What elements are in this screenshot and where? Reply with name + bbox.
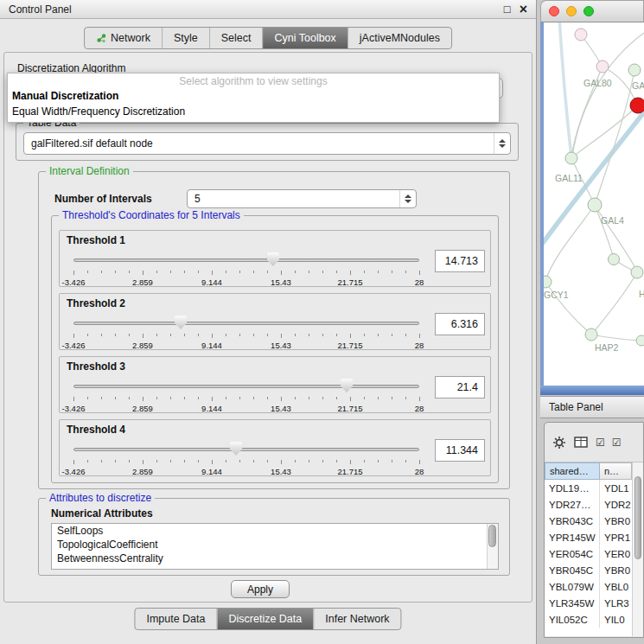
table-row[interactable]: YBL079WYBL0 [545, 578, 632, 595]
close-window-button[interactable] [549, 6, 559, 16]
network-node[interactable] [630, 98, 644, 113]
network-edge[interactable] [559, 22, 571, 157]
network-node[interactable] [544, 276, 552, 288]
table-row[interactable]: YBR043CYBR0 [545, 513, 632, 529]
number-of-intervals-combo[interactable]: 5 [187, 189, 417, 208]
network-window-titlebar[interactable] [540, 0, 644, 22]
table-row[interactable]: YDL19…YDL1 [545, 480, 632, 496]
network-node[interactable] [575, 29, 587, 41]
apply-button[interactable]: Apply [231, 580, 290, 598]
slider-track[interactable] [73, 258, 419, 262]
slider-thumb[interactable] [267, 252, 279, 266]
slider-tick [267, 397, 268, 399]
algorithm-option[interactable]: Equal Width/Frequency Discretization [8, 104, 499, 119]
slider-tick [392, 271, 392, 273]
slider-tick [212, 334, 213, 338]
cell-shared-name: YIL052C [545, 611, 600, 628]
table-panel-titlebar[interactable]: Table Panel [540, 396, 644, 418]
slider-thumb[interactable] [341, 379, 353, 392]
table-row[interactable]: YLR345WYLR3 [545, 595, 632, 611]
threshold-value-field[interactable]: 6.316 [435, 313, 485, 335]
table-scrollbar[interactable] [632, 462, 643, 636]
tab-select[interactable]: Select [209, 28, 263, 48]
table-row[interactable]: YIL052CYIL0 [545, 611, 632, 628]
table-data-combo[interactable]: galFiltered.sif default node [23, 132, 511, 155]
table-row[interactable]: YER054CYER0 [545, 545, 632, 562]
minimize-window-button[interactable] [566, 6, 577, 16]
slider-track[interactable] [73, 385, 419, 388]
slider-tick [115, 460, 116, 462]
scrollbar-thumb[interactable] [488, 525, 496, 547]
attribute-list-item[interactable]: TopologicalCoefficient [52, 538, 498, 552]
tab-cyni-toolbox[interactable]: Cyni Toolbox [262, 28, 347, 48]
algorithm-options: Manual DiscretizationEqual Width/Frequen… [8, 88, 499, 119]
checkbox-icon[interactable]: ☑ [612, 437, 621, 449]
slider-tick [129, 460, 130, 462]
attribute-list-item[interactable]: BetweennessCentrality [52, 552, 498, 565]
attributes-group: Attributes to discretize Numerical Attri… [38, 498, 510, 576]
cell-name: YDR2 [600, 496, 632, 513]
table-row[interactable]: YDR27…YDR2 [545, 496, 632, 513]
column-header-shared-name[interactable]: shared… [545, 462, 600, 480]
network-node[interactable] [609, 254, 620, 265]
attribute-list-item[interactable]: SelfLoops [52, 524, 498, 538]
tab-network[interactable]: Network [85, 28, 162, 48]
threshold-slider[interactable]: -3.4262.8599.14415.4321.71528 [73, 315, 419, 351]
tab-infer-network[interactable]: Infer Network [313, 609, 400, 629]
close-icon[interactable]: × [520, 5, 527, 14]
zoom-window-button[interactable] [583, 6, 594, 16]
threshold-slider[interactable]: -3.4262.8599.14415.4321.71528 [73, 378, 419, 414]
gear-icon[interactable] [552, 436, 566, 450]
algorithm-option[interactable]: Manual Discretization [8, 88, 499, 104]
network-node[interactable] [585, 328, 597, 341]
network-edge[interactable] [545, 205, 595, 281]
slider-tick [309, 334, 309, 336]
network-node[interactable] [631, 266, 643, 278]
network-graph[interactable]: GAL80GAGAL11GAL4GCY1HHAP2 [544, 22, 644, 386]
slider-tick [170, 334, 171, 336]
tab-jactivemnodules[interactable]: jActiveMNodules [348, 28, 451, 48]
network-node[interactable] [596, 61, 609, 73]
network-edge[interactable] [592, 272, 637, 334]
slider-tick [378, 397, 379, 399]
threshold-slider[interactable]: -3.4262.8599.14415.4321.71528 [73, 252, 419, 288]
slider-thumb[interactable] [175, 316, 187, 329]
interval-definition-legend: Interval Definition [46, 165, 133, 177]
slider-thumb[interactable] [230, 442, 242, 456]
table-row[interactable]: YBR045CYBR0 [545, 562, 632, 578]
network-node[interactable] [628, 64, 641, 76]
slider-tick [73, 460, 74, 464]
slider-track[interactable] [73, 322, 419, 325]
network-edge[interactable] [595, 70, 634, 205]
threshold-value-field[interactable]: 14.713 [435, 250, 485, 272]
network-node[interactable] [636, 335, 644, 346]
network-edge[interactable] [595, 205, 614, 258]
threshold-label: Threshold 2 [67, 297, 125, 309]
float-window-icon[interactable]: □ [504, 3, 511, 16]
column-header-name[interactable]: n… [600, 462, 632, 480]
slider-tick [267, 334, 268, 336]
threshold-value-field[interactable]: 11.344 [435, 439, 485, 462]
table-columns-icon[interactable] [574, 437, 588, 448]
list-scrollbar[interactable] [487, 524, 498, 569]
control-panel-titlebar[interactable]: Control Panel □ × [0, 0, 536, 19]
threshold-slider[interactable]: -3.4262.8599.14415.4321.71528 [73, 441, 419, 477]
tab-style[interactable]: Style [162, 28, 209, 48]
table-row[interactable]: YPR145WYPR1 [545, 529, 632, 545]
network-node[interactable] [588, 198, 602, 212]
tab-impute-data[interactable]: Impute Data [135, 609, 216, 629]
network-canvas[interactable]: GAL80GAGAL11GAL4GCY1HHAP2 [540, 22, 644, 386]
tab-discretize-data[interactable]: Discretize Data [217, 609, 314, 629]
slider-track[interactable] [73, 448, 419, 451]
numerical-attributes-list[interactable]: SelfLoopsTopologicalCoefficientBetweenne… [51, 523, 499, 570]
scrollbar-thumb[interactable] [634, 476, 641, 559]
tab-label: jActiveMNodules [360, 32, 440, 44]
network-edge[interactable] [572, 33, 644, 156]
network-node[interactable] [565, 152, 577, 164]
slider-tick [226, 271, 226, 273]
checkbox-icon[interactable]: ☑ [596, 437, 604, 449]
slider-tick [364, 397, 365, 399]
threshold-value-field[interactable]: 21.4 [435, 376, 485, 399]
network-icon [96, 33, 106, 43]
network-edge[interactable] [591, 335, 641, 341]
